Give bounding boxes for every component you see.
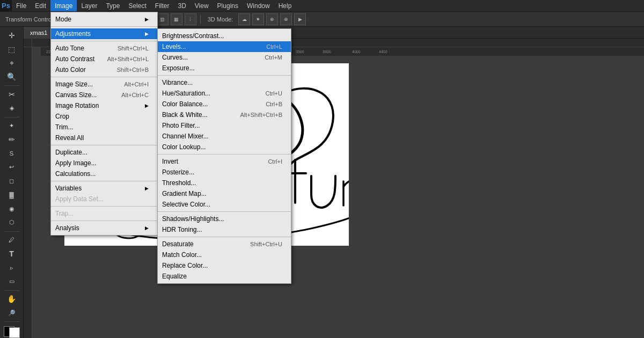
adj-gradient-map-label: Gradient Map... [162, 190, 207, 197]
lasso-tool[interactable]: ⌖ [4, 57, 20, 70]
gradient-tool[interactable]: ▓ [4, 188, 20, 201]
adj-exposure[interactable]: Exposure... [158, 63, 291, 74]
adj-black-white[interactable]: Black & White... Alt+Shift+Ctrl+B [158, 109, 291, 120]
adj-curves-shortcut: Ctrl+M [265, 54, 282, 61]
adj-invert-shortcut: Ctrl+I [268, 158, 282, 165]
menu-edit[interactable]: Edit [31, 0, 50, 11]
move-tool[interactable]: ✛ [4, 29, 20, 42]
menu-select[interactable]: Select [124, 0, 150, 11]
align-extra[interactable]: ⋮ [185, 13, 196, 25]
menu-item-apply-data-set: Apply Data Set... [51, 194, 157, 204]
menu-layer[interactable]: Layer [77, 0, 101, 11]
quick-selection-tool[interactable]: 🔍 [4, 70, 20, 83]
adj-desaturate[interactable]: Desaturate Shift+Ctrl+U [158, 239, 291, 249]
adj-threshold[interactable]: Threshold... [158, 178, 291, 188]
hand-tool[interactable]: ✋ [4, 293, 20, 306]
menu-item-auto-contrast[interactable]: Auto Contrast Alt+Shift+Ctrl+L [51, 54, 157, 64]
tab-xmas1[interactable]: xmas1 [24, 27, 54, 39]
menu-item-variables[interactable]: Variables ▶ [51, 183, 157, 194]
adj-photo-filter[interactable]: Photo Filter... [158, 120, 291, 131]
menu-filter[interactable]: Filter [151, 0, 174, 11]
menu-item-analysis[interactable]: Analysis ▶ [51, 223, 157, 233]
menu-item-auto-color[interactable]: Auto Color Shift+Ctrl+B [51, 64, 157, 75]
adj-posterize-label: Posterize... [162, 168, 194, 176]
adj-equalize[interactable]: Equalize [158, 271, 291, 282]
menu-item-calculations[interactable]: Calculations... [51, 168, 157, 179]
ruler-num-2400: 4000 [352, 50, 361, 54]
clone-stamp-tool[interactable]: S [4, 147, 20, 160]
adj-posterize[interactable]: Posterize... [158, 167, 291, 178]
align-v-bot[interactable]: ▦ [171, 13, 182, 25]
adj-curves[interactable]: Curves... Ctrl+M [158, 52, 291, 63]
adj-shadows-highlights[interactable]: Shadows/Highlights... [158, 214, 291, 224]
adj-hue-saturation[interactable]: Hue/Saturation... Ctrl+U [158, 88, 291, 99]
adj-replace-color[interactable]: Replace Color... [158, 260, 291, 271]
menu-item-reveal-all-label: Reveal All [55, 134, 84, 142]
menu-item-variables-label: Variables [55, 185, 82, 192]
rectangular-marquee-tool[interactable]: ⬚ [4, 43, 20, 56]
path-selection-tool[interactable]: ▹ [4, 261, 20, 274]
align-v-mid[interactable]: ▥ [157, 13, 169, 25]
adj-color-lookup[interactable]: Color Lookup... [158, 142, 291, 152]
brush-tool[interactable]: ✏ [4, 133, 20, 146]
sep-3 [51, 77, 157, 77]
menu-item-trim[interactable]: Trim... [51, 122, 157, 133]
color-swatches[interactable] [4, 326, 20, 338]
adj-hdr-toning[interactable]: HDR Toning... [158, 224, 291, 235]
menu-file[interactable]: File [12, 0, 31, 11]
adj-channel-mixer-label: Channel Mixer... [162, 133, 209, 140]
type-tool[interactable]: T [4, 247, 20, 260]
healing-brush-tool[interactable]: ✦ [4, 119, 20, 132]
adj-selective-color[interactable]: Selective Color... [158, 199, 291, 210]
menu-item-calculations-label: Calculations... [55, 170, 96, 178]
adj-invert[interactable]: Invert Ctrl+I [158, 156, 291, 167]
menu-3d[interactable]: 3D [173, 0, 190, 11]
3d-pan[interactable]: ✷ [252, 13, 264, 25]
menu-view[interactable]: View [191, 0, 213, 11]
menu-image[interactable]: Image [50, 0, 77, 11]
menu-item-image-rotation-arrow: ▶ [145, 103, 149, 108]
menu-item-duplicate[interactable]: Duplicate... [51, 147, 157, 158]
3d-rotate[interactable]: ☁ [238, 13, 250, 25]
menu-item-adjustments[interactable]: Adjustments ▶ Brightness/Contrast... Lev… [51, 28, 157, 39]
background-color[interactable] [9, 327, 20, 338]
adj-vibrance[interactable]: Vibrance... [158, 77, 291, 88]
menu-window[interactable]: Window [243, 0, 274, 11]
adj-match-color[interactable]: Match Color... [158, 249, 291, 260]
menu-item-auto-tone[interactable]: Auto Tone Shift+Ctrl+L [51, 43, 157, 54]
menu-item-canvas-size[interactable]: Canvas Size... Alt+Ctrl+C [51, 90, 157, 100]
adj-channel-mixer[interactable]: Channel Mixer... [158, 131, 291, 142]
menu-help[interactable]: Help [274, 0, 296, 11]
zoom-tool[interactable]: 🔎 [4, 306, 20, 319]
rectangle-tool[interactable]: ▭ [4, 275, 20, 288]
menu-item-apply-image[interactable]: Apply Image... [51, 158, 157, 168]
3d-video[interactable]: ▶ [294, 13, 306, 25]
ruler-num-2000: 3500 [296, 50, 304, 54]
menu-type[interactable]: Type [101, 0, 124, 11]
eraser-tool[interactable]: ◻ [4, 175, 20, 188]
menu-item-crop[interactable]: Crop [51, 111, 157, 122]
menu-item-mode[interactable]: Mode ▶ [51, 14, 157, 25]
menu-item-image-size-label: Image Size... [55, 80, 93, 88]
3d-slide[interactable]: ⊗ [280, 13, 292, 25]
blur-tool[interactable]: ◉ [4, 202, 20, 215]
crop-tool[interactable]: ✂ [4, 88, 20, 101]
adj-color-balance[interactable]: Color Balance... Ctrl+B [158, 99, 291, 109]
eyedropper-tool[interactable]: ◈ [4, 102, 20, 115]
adj-sep-1 [158, 75, 291, 76]
adj-black-white-shortcut: Alt+Shift+Ctrl+B [240, 112, 282, 118]
adj-gradient-map[interactable]: Gradient Map... [158, 188, 291, 199]
pen-tool[interactable]: 🖊 [4, 234, 20, 247]
menu-item-reveal-all[interactable]: Reveal All [51, 133, 157, 143]
history-brush-tool[interactable]: ↩ [4, 161, 20, 174]
adj-brightness-contrast[interactable]: Brightness/Contrast... [158, 31, 291, 41]
menu-item-image-size[interactable]: Image Size... Alt+Ctrl+I [51, 79, 157, 90]
menu-item-image-rotation[interactable]: Image Rotation ▶ [51, 100, 157, 111]
menu-item-auto-contrast-shortcut: Alt+Shift+Ctrl+L [107, 56, 149, 62]
adj-levels[interactable]: Levels... Ctrl+L [158, 41, 291, 52]
ps-logo-icon[interactable]: Ps [0, 0, 12, 12]
3d-zoom[interactable]: ⊕ [266, 13, 278, 25]
adj-shadows-highlights-label: Shadows/Highlights... [162, 215, 224, 223]
menu-plugins[interactable]: Plugins [213, 0, 243, 11]
dodge-tool[interactable]: ⬡ [4, 216, 20, 229]
